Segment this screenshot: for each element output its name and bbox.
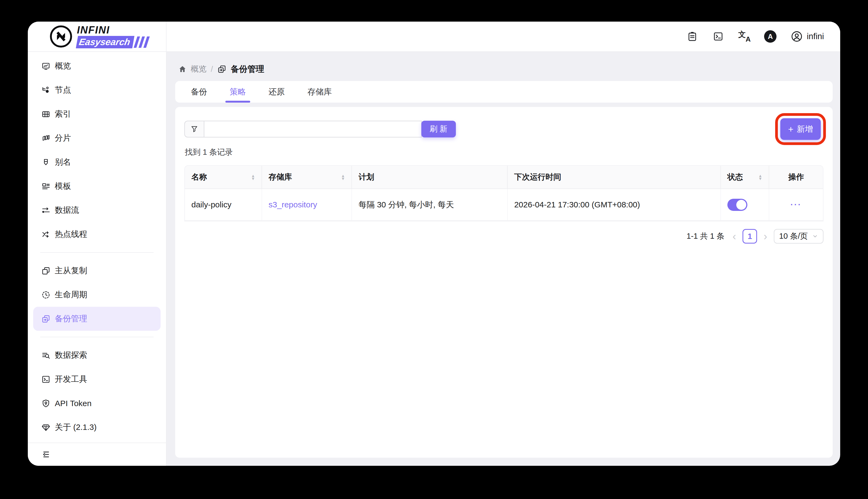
result-summary: 找到 1 条记录 (185, 147, 823, 158)
status-toggle[interactable] (727, 199, 747, 211)
repository-link[interactable]: s3_repository (269, 200, 317, 209)
sidebar-item-hotthreads[interactable]: 热点线程 (33, 222, 161, 246)
topbar: 文 A A infini (166, 22, 840, 52)
infini-logo-icon (49, 24, 73, 49)
breadcrumb-separator: / (211, 65, 213, 74)
search-input[interactable] (204, 121, 422, 137)
dev-tools-icon (41, 375, 50, 384)
api-token-shield-icon (41, 399, 50, 408)
add-button-wrap: + 新增 (780, 118, 821, 140)
alias-tag-icon (41, 158, 50, 167)
plus-icon: + (788, 124, 794, 134)
app-window: INFINI Easysearch 文 A A (28, 22, 840, 466)
sidebar-item-datastreams[interactable]: 数据流 (33, 198, 161, 222)
tab-restore[interactable]: 还原 (269, 81, 285, 102)
collapse-sidebar-icon[interactable] (41, 450, 51, 459)
sidebar-divider (40, 337, 153, 337)
overview-icon (41, 62, 50, 71)
sidebar-item-replication[interactable]: 主从复制 (33, 259, 161, 283)
sidebar-item-backup[interactable]: 备份管理 (33, 307, 161, 331)
sidebar-item-api-token[interactable]: API Token (33, 391, 161, 415)
column-header-actions: 操作 (769, 166, 823, 189)
hot-threads-shuffle-icon (41, 230, 50, 239)
sidebar-item-lifecycle[interactable]: 生命周期 (33, 283, 161, 307)
column-header-schedule: 计划 (352, 166, 508, 189)
user-icon (791, 30, 803, 42)
user-menu[interactable]: infini (791, 30, 824, 42)
data-explore-icon (41, 351, 50, 360)
filter-funnel-button[interactable] (184, 121, 204, 137)
sidebar: 概览 节点 索引 分片 别名 模板 数据流 热点线程 (28, 52, 166, 466)
main-content: 概览 / 备份管理 备份 策略 还原 存储库 刷 新 (166, 52, 840, 466)
about-gem-icon (41, 423, 50, 432)
breadcrumb: 概览 / 备份管理 (178, 64, 833, 74)
page-number-button[interactable]: 1 (743, 229, 757, 244)
breadcrumb-overview-link[interactable]: 概览 (191, 64, 207, 74)
column-header-repository[interactable]: 存储库 ▲▼ (262, 166, 352, 189)
theme-avatar-icon[interactable]: A (764, 30, 777, 42)
shards-icon (41, 134, 50, 143)
home-icon[interactable] (178, 65, 186, 73)
sidebar-item-about[interactable]: 关于 (2.1.3) (33, 415, 161, 439)
pagination-total: 1-1 共 1 条 (687, 231, 724, 242)
column-header-name[interactable]: 名称 ▲▼ (185, 166, 262, 189)
next-page-icon[interactable]: › (762, 231, 768, 242)
brand-subname: Easysearch (76, 36, 134, 48)
tab-bar: 备份 策略 还原 存储库 (175, 81, 833, 102)
replication-copy-icon (41, 266, 50, 276)
filter-group: 刷 新 (184, 121, 456, 137)
sidebar-item-data-explore[interactable]: 数据探索 (33, 343, 161, 367)
policy-panel: 刷 新 + 新增 找到 1 条记录 名称 ▲▼ (175, 107, 833, 458)
tab-policy[interactable]: 策略 (230, 81, 246, 102)
sidebar-footer (28, 442, 166, 466)
sidebar-item-shards[interactable]: 分片 (33, 126, 161, 150)
backup-icon (41, 314, 50, 324)
templates-icon (41, 182, 50, 191)
brand-name: INFINI (77, 25, 110, 35)
column-header-status[interactable]: 状态 ▲▼ (721, 166, 769, 189)
sidebar-item-templates[interactable]: 模板 (33, 174, 161, 198)
console-terminal-icon[interactable] (712, 31, 724, 42)
add-policy-button[interactable]: + 新增 (780, 118, 821, 140)
refresh-button[interactable]: 刷 新 (421, 121, 456, 137)
datastream-icon (41, 206, 50, 215)
username-label: infini (807, 32, 824, 41)
language-translate-icon[interactable]: 文 A (738, 31, 750, 42)
toggle-knob (736, 200, 746, 210)
policies-table: 名称 ▲▼ 存储库 ▲▼ 计划 下次运行时间 状态 ▲▼ (184, 165, 823, 221)
lifecycle-clock-icon (41, 290, 50, 300)
column-header-next-run: 下次运行时间 (508, 166, 721, 189)
table-row: daily-policy s3_repository 每隔 30 分钟, 每小时… (185, 189, 823, 221)
tasks-clipboard-icon[interactable] (686, 31, 698, 42)
sort-icon[interactable]: ▲▼ (758, 174, 762, 180)
row-actions-ellipsis-icon[interactable]: ··· (791, 200, 802, 209)
cell-schedule: 每隔 30 分钟, 每小时, 每天 (352, 189, 508, 221)
brand-logo: INFINI Easysearch (28, 22, 166, 52)
breadcrumb-current: 备份管理 (231, 63, 264, 75)
tab-repository[interactable]: 存储库 (307, 81, 332, 102)
cell-next-run: 2026-04-21 17:30:00 (GMT+08:00) (508, 189, 721, 221)
sidebar-item-dev-tools[interactable]: 开发工具 (33, 367, 161, 391)
table-header-row: 名称 ▲▼ 存储库 ▲▼ 计划 下次运行时间 状态 ▲▼ (185, 166, 823, 189)
prev-page-icon[interactable]: ‹ (731, 231, 737, 242)
tab-backup[interactable]: 备份 (191, 81, 207, 102)
sidebar-item-overview[interactable]: 概览 (33, 54, 161, 78)
toolbar: 刷 新 + 新增 (184, 118, 823, 140)
sidebar-item-indices[interactable]: 索引 (33, 102, 161, 126)
sort-icon[interactable]: ▲▼ (341, 174, 345, 180)
page-size-select[interactable]: 10 条/页 (774, 229, 823, 244)
sort-icon[interactable]: ▲▼ (251, 174, 255, 180)
funnel-icon (190, 125, 198, 133)
sidebar-item-nodes[interactable]: 节点 (33, 78, 161, 102)
pagination: 1-1 共 1 条 ‹ 1 › 10 条/页 (184, 229, 823, 244)
backup-icon (217, 64, 226, 74)
indices-icon (41, 110, 50, 119)
nodes-icon (41, 86, 50, 95)
sidebar-divider (40, 252, 153, 253)
cell-policy-name: daily-policy (185, 189, 262, 221)
sidebar-item-aliases[interactable]: 别名 (33, 150, 161, 174)
chevron-down-icon (812, 233, 818, 239)
